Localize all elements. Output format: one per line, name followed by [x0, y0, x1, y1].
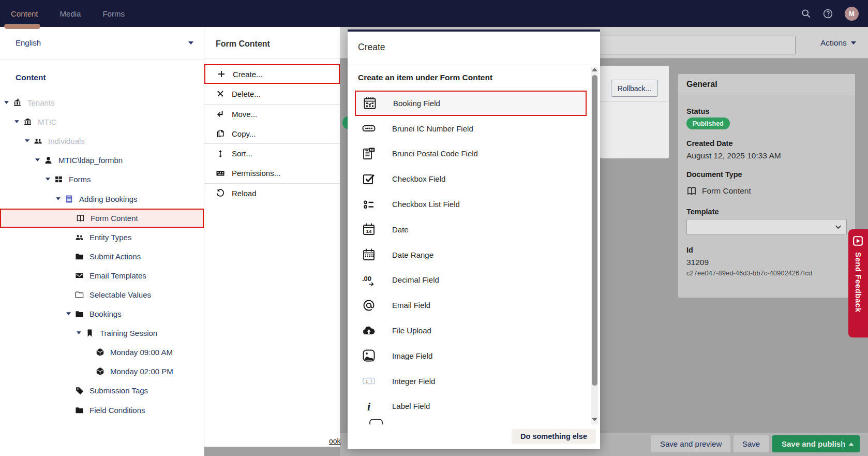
tree-item-icon [75, 233, 84, 242]
tree-item[interactable]: Bookings [0, 304, 204, 323]
tree-item[interactable]: Training Session [0, 323, 204, 343]
save-and-publish-button[interactable]: Save and publish [772, 435, 860, 452]
create-item-icon: .00 [362, 273, 376, 287]
create-item-option[interactable]: File Upload [355, 318, 587, 343]
create-item-icon: i [362, 400, 376, 413]
tree-item[interactable]: Submission Tags [0, 381, 204, 400]
tree-item[interactable]: Entity Types [0, 228, 204, 247]
create-item-icon [362, 248, 376, 261]
scroll-up-icon[interactable] [592, 68, 597, 71]
create-item-option[interactable]: Date Range [355, 242, 587, 268]
active-tab-indicator [4, 24, 40, 29]
create-item-icon [362, 349, 376, 362]
context-menu-item[interactable]: Copy... [204, 124, 340, 143]
tree-item[interactable]: Form Content [0, 209, 204, 228]
section-tab-label: Content [11, 9, 38, 18]
save-button[interactable]: Save [734, 435, 769, 452]
scroll-down-icon[interactable] [592, 418, 597, 421]
create-item-label: Integer Field [392, 377, 435, 386]
tree-item-icon [75, 406, 84, 415]
create-item-option[interactable]: 14 Date [355, 217, 587, 242]
create-item-option[interactable]: 1 Integer Field [355, 369, 587, 394]
tree-item-label: Monday 09:00 AM [110, 348, 173, 357]
tree-item-label: Individuals [48, 137, 85, 145]
create-item-label: Decimal Field [392, 275, 439, 284]
content-tree: Tenants MTIC Individuals MTIC\ldap_formb… [0, 93, 204, 420]
expand-caret-icon[interactable] [66, 312, 75, 316]
template-select[interactable] [686, 219, 847, 235]
context-menu-item[interactable]: Reload [204, 183, 340, 203]
section-tab[interactable]: Media [49, 0, 92, 27]
tree-item[interactable]: MTIC\ldap_formbn [0, 151, 204, 170]
breadcrumb-link-fragment[interactable]: ook [329, 437, 343, 446]
menu-item-icon [217, 69, 226, 79]
scrollbar-thumb[interactable] [592, 75, 597, 386]
expand-caret-icon[interactable] [4, 101, 13, 105]
language-selector[interactable]: English [0, 27, 204, 60]
tree-item-icon [85, 329, 94, 337]
actions-label: Actions [820, 38, 847, 48]
avatar[interactable]: M [845, 7, 859, 21]
tree-item[interactable]: Tenants [0, 93, 204, 112]
tree-item[interactable]: Adding Bookings [0, 189, 204, 208]
document-type-row: Form Content [686, 186, 751, 196]
caret-down-icon [188, 41, 193, 45]
tree-item[interactable]: Monday 02:00 PM [0, 362, 204, 381]
send-feedback-tab[interactable]: Send Feedback [848, 229, 868, 337]
context-menu-item[interactable]: Create... [204, 64, 340, 84]
create-item-option[interactable]: Booking Field [355, 91, 587, 116]
create-item-option[interactable]: Brunei IC Number Field [355, 116, 587, 141]
actions-dropdown[interactable]: Actions [820, 38, 856, 48]
context-menu-item[interactable]: Permissions... [204, 163, 340, 183]
tree-item[interactable]: Field Conditions [0, 401, 204, 420]
expand-caret-icon[interactable] [56, 197, 65, 201]
context-menu-item[interactable]: Sort... [204, 143, 340, 163]
expand-caret-icon[interactable] [77, 331, 85, 335]
context-menu-item[interactable]: Delete... [204, 84, 340, 104]
save-and-preview-button[interactable]: Save and preview [651, 435, 730, 452]
help-icon[interactable] [822, 8, 833, 19]
context-menu-item[interactable]: Move... [204, 104, 340, 124]
tree-item[interactable]: Email Templates [0, 266, 204, 285]
tree-section-heading: Content [16, 73, 46, 82]
expand-caret-icon[interactable] [25, 139, 34, 143]
tree-item[interactable]: Individuals [0, 131, 204, 151]
create-item-option[interactable]: Checkbox List Field [355, 192, 587, 217]
menu-item-label: Reload [232, 189, 257, 198]
create-item-option[interactable]: Image Field [355, 343, 587, 369]
expand-caret-icon[interactable] [46, 178, 54, 181]
modal-scrollbar[interactable] [591, 67, 598, 429]
tree-item-label: MTIC [38, 117, 57, 126]
section-tab[interactable]: Forms [92, 0, 136, 27]
status-badge: Published [686, 117, 730, 129]
do-something-else-button[interactable]: Do something else [512, 429, 596, 444]
section-tab-label: Media [60, 9, 81, 18]
guid-value: c27ee047-89ed-46d3-bb7c-409024267fcd [686, 269, 812, 277]
general-title: General [686, 80, 717, 89]
create-item-option[interactable]: .00 Decimal Field [355, 268, 587, 293]
section-tab[interactable]: Content [0, 0, 49, 27]
expand-caret-icon[interactable] [14, 120, 23, 124]
tree-item-icon [75, 252, 84, 261]
history-panel: Rollback... [600, 66, 669, 158]
create-item-option[interactable]: Brunei Postal Code Field [355, 141, 587, 167]
create-dialog-subtitle: Create an item under Form Content [358, 73, 492, 82]
tree-item-icon [54, 175, 63, 184]
rollback-button[interactable]: Rollback... [611, 80, 658, 97]
create-item-option[interactable]: i Label Field [355, 394, 587, 419]
caret-up-icon[interactable] [848, 443, 854, 446]
create-item-option[interactable]: Email Field [355, 292, 587, 318]
tree-item[interactable]: MTIC [0, 112, 204, 131]
create-dialog: Create Create an item under Form Content… [348, 30, 600, 449]
tree-item[interactable]: Selectable Values [0, 285, 204, 304]
expand-caret-icon[interactable] [35, 158, 44, 162]
tree-item[interactable]: Submit Actions [0, 247, 204, 266]
tree-item[interactable]: Monday 09:00 AM [0, 343, 204, 362]
create-item-option[interactable]: Checkbox Field [355, 166, 587, 192]
chevron-down-icon [835, 225, 842, 229]
menu-item-icon [216, 188, 225, 198]
search-icon[interactable] [801, 8, 811, 19]
template-label: Template [686, 208, 719, 216]
tree-item-label: Submit Actions [89, 252, 141, 261]
tree-item[interactable]: Forms [0, 170, 204, 189]
